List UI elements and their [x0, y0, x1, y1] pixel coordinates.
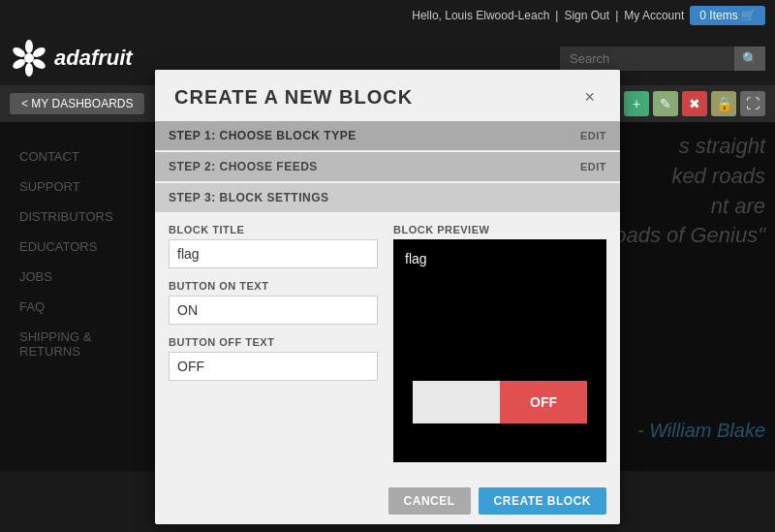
- create-block-modal: CREATE A NEW BLOCK × STEP 1: CHOOSE BLOC…: [155, 70, 620, 524]
- add-block-button[interactable]: +: [624, 91, 649, 116]
- svg-point-0: [24, 53, 34, 63]
- nav-icons: + ✎ ✖ 🔒 ⛶: [624, 91, 765, 116]
- my-account-link[interactable]: My Account: [624, 9, 684, 22]
- create-block-button[interactable]: CREATE BLOCK: [479, 487, 606, 515]
- step2-edit[interactable]: EDIT: [580, 161, 606, 172]
- modal-close-button[interactable]: ×: [578, 85, 601, 110]
- form-right: BLOCK PREVIEW flag OFF: [393, 224, 606, 462]
- button-off-group: BUTTON OFF TEXT: [169, 336, 378, 381]
- step3-label: STEP 3: BLOCK SETTINGS: [169, 191, 328, 204]
- edit-button[interactable]: ✎: [653, 91, 678, 116]
- search-button[interactable]: 🔍: [734, 47, 765, 71]
- top-bar: Hello, Louis Elwood-Leach | Sign Out | M…: [0, 0, 775, 31]
- cart-button[interactable]: 0 Items 🛒: [690, 6, 765, 25]
- toggle-off-side[interactable]: OFF: [500, 381, 587, 423]
- step2-label: STEP 2: CHOOSE FEEDS: [169, 160, 318, 173]
- form-left: BLOCK TITLE BUTTON ON TEXT BUTTON OFF TE…: [169, 224, 378, 462]
- delete-button[interactable]: ✖: [682, 91, 707, 116]
- greeting-text: Hello, Louis Elwood-Leach: [412, 9, 549, 22]
- logo: adafruit: [10, 39, 133, 78]
- preview-flag-text: flag: [405, 251, 595, 266]
- lock-button[interactable]: 🔒: [711, 91, 736, 116]
- search-input[interactable]: [560, 47, 734, 71]
- block-title-input[interactable]: [169, 239, 378, 268]
- block-title-label: BLOCK TITLE: [169, 224, 378, 235]
- svg-point-4: [25, 63, 33, 77]
- preview-box: flag OFF: [393, 239, 606, 462]
- step3-bar: STEP 3: BLOCK SETTINGS: [155, 183, 620, 212]
- preview-label: BLOCK PREVIEW: [393, 224, 606, 235]
- adafruit-logo-icon: [10, 39, 48, 78]
- form-section: BLOCK TITLE BUTTON ON TEXT BUTTON OFF TE…: [155, 214, 620, 462]
- toggle-switch[interactable]: OFF: [413, 381, 587, 423]
- button-off-label: BUTTON OFF TEXT: [169, 336, 378, 348]
- button-off-input[interactable]: [169, 352, 378, 381]
- modal-title: CREATE A NEW BLOCK: [174, 86, 413, 109]
- logo-text: adafruit: [54, 46, 133, 71]
- step1-edit[interactable]: EDIT: [580, 130, 606, 141]
- modal-body: STEP 1: CHOOSE BLOCK TYPE EDIT STEP 2: C…: [155, 121, 620, 478]
- svg-point-1: [25, 40, 33, 53]
- step1-bar: STEP 1: CHOOSE BLOCK TYPE EDIT: [155, 121, 620, 150]
- cancel-button[interactable]: CANCEL: [388, 487, 471, 515]
- button-on-label: BUTTON ON TEXT: [169, 280, 378, 292]
- sign-out-link[interactable]: Sign Out: [564, 9, 609, 22]
- modal-footer: CANCEL CREATE BLOCK: [155, 478, 620, 524]
- fullscreen-button[interactable]: ⛶: [740, 91, 765, 116]
- button-on-group: BUTTON ON TEXT: [169, 280, 378, 325]
- toggle-on-side[interactable]: [413, 381, 500, 423]
- button-on-input[interactable]: [169, 296, 378, 325]
- modal-header: CREATE A NEW BLOCK ×: [155, 70, 620, 119]
- my-dashboards-button[interactable]: < MY DASHBOARDS: [10, 93, 144, 114]
- step1-label: STEP 1: CHOOSE BLOCK TYPE: [169, 129, 356, 142]
- search-bar: 🔍: [560, 47, 765, 71]
- step2-bar: STEP 2: CHOOSE FEEDS EDIT: [155, 152, 620, 181]
- modal-overlay: CREATE A NEW BLOCK × STEP 1: CHOOSE BLOC…: [0, 122, 775, 471]
- background-content: CONTACT SUPPORT DISTRIBUTORS EDUCATORS J…: [0, 122, 775, 471]
- block-title-group: BLOCK TITLE: [169, 224, 378, 268]
